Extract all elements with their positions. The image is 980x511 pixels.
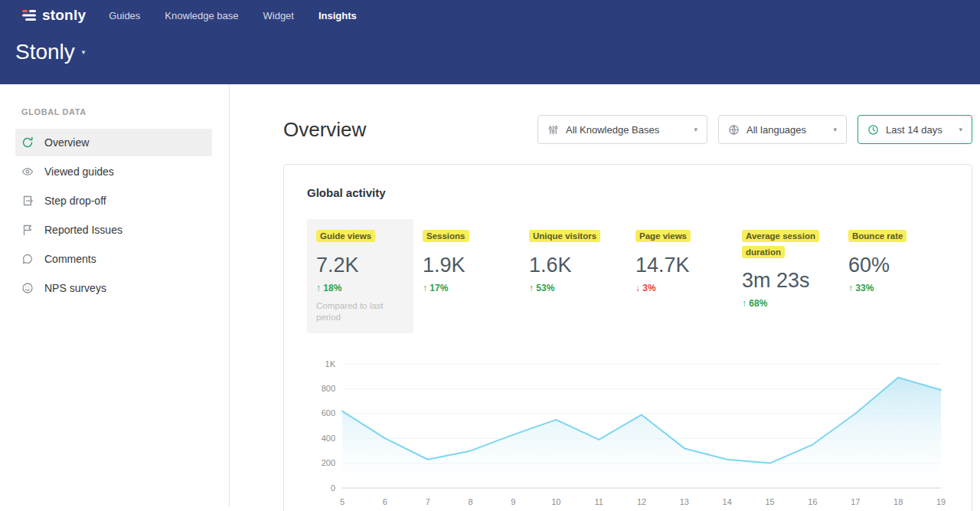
delta-value: 17% (430, 283, 448, 293)
chevron-down-icon: ▾ (959, 126, 962, 133)
language-filter-label: All languages (746, 124, 806, 136)
filters: All Knowledge Bases ▾ All languages ▾ (537, 115, 972, 144)
svg-text:15: 15 (765, 497, 774, 506)
sidebar: GLOBAL DATA Overview Viewed guides (0, 84, 230, 506)
globe-icon (728, 124, 740, 136)
delta-arrow: ↑ (423, 283, 427, 293)
sidebar-item-step-drop-off[interactable]: Step drop-off (15, 187, 212, 215)
sidebar-item-comments[interactable]: Comments (15, 245, 212, 273)
comment-icon (21, 253, 34, 265)
svg-text:6: 6 (383, 497, 387, 506)
sidebar-item-label: Viewed guides (44, 165, 114, 178)
top-nav: Guides Knowledge base Widget Insights (107, 7, 358, 25)
metric-guide-views[interactable]: Guide views 7.2K ↑ 18% Compared to last … (307, 219, 413, 333)
metric-value: 7.2K (316, 254, 404, 277)
page-body: GLOBAL DATA Overview Viewed guides (0, 84, 980, 506)
svg-text:14: 14 (723, 497, 732, 506)
metric-value: 60% (848, 254, 936, 277)
knowledge-base-filter-label: All Knowledge Bases (566, 124, 659, 136)
svg-text:11: 11 (594, 497, 603, 506)
metric-label: Average session duration (742, 230, 819, 258)
nav-item-guides[interactable]: Guides (107, 7, 142, 25)
overview-icon (21, 136, 34, 149)
sidebar-item-overview[interactable]: Overview (15, 129, 212, 156)
svg-text:10: 10 (551, 497, 560, 506)
knowledge-base-filter[interactable]: All Knowledge Bases ▾ (537, 115, 707, 144)
metric-label: Bounce rate (848, 230, 906, 242)
step-dropoff-icon (21, 195, 34, 207)
card-title: Global activity (307, 186, 949, 199)
stonly-logo[interactable]: stonly (21, 7, 86, 24)
delta-arrow: ↑ (529, 283, 534, 293)
sidebar-item-label: Step drop-off (44, 195, 106, 207)
svg-text:8: 8 (469, 497, 473, 506)
chevron-down-icon: ▾ (82, 48, 86, 56)
svg-text:7: 7 (426, 497, 430, 506)
main-content: Overview All Knowledge Bases ▾ (230, 84, 980, 506)
stonly-logo-icon (21, 8, 37, 23)
page-title: Overview (283, 118, 366, 142)
delta-value: 3% (642, 283, 655, 293)
delta-value: 18% (323, 283, 341, 293)
smiley-icon (21, 282, 34, 294)
sidebar-item-reported-issues[interactable]: Reported Issues (15, 216, 212, 244)
sidebar-item-viewed-guides[interactable]: Viewed guides (15, 158, 212, 185)
metric-value: 3m 23s (742, 269, 830, 293)
metric-average-session-duration[interactable]: Average session duration 3m 23s ↑ 68% (733, 219, 839, 318)
workspace-name: Stonly (15, 40, 75, 64)
svg-text:200: 200 (322, 458, 335, 467)
sidebar-item-label: Reported Issues (44, 224, 122, 236)
global-activity-card: Global activity Guide views 7.2K ↑ 18% C… (283, 164, 972, 511)
svg-text:600: 600 (322, 408, 335, 418)
nav-item-widget[interactable]: Widget (262, 7, 296, 25)
delta-arrow: ↑ (316, 283, 321, 293)
date-range-filter-label: Last 14 days (886, 124, 942, 136)
sidebar-item-nps-surveys[interactable]: NPS surveys (15, 274, 212, 302)
flag-icon (21, 224, 34, 236)
sliders-icon (547, 124, 559, 136)
svg-text:17: 17 (851, 497, 860, 506)
delta-value: 33% (855, 283, 874, 293)
chevron-down-icon: ▾ (833, 126, 837, 133)
metric-bounce-rate[interactable]: Bounce rate 60% ↑ 33% (839, 219, 946, 303)
metric-page-views[interactable]: Page views 14.7K ↓ 3% (626, 219, 733, 303)
app-header: stonly Guides Knowledge base Widget Insi… (0, 0, 980, 84)
stonly-logo-text: stonly (42, 7, 86, 24)
sidebar-item-label: Comments (44, 253, 96, 265)
sidebar-item-label: Overview (44, 136, 89, 149)
eye-icon (21, 165, 34, 178)
delta-arrow: ↓ (635, 283, 640, 293)
nav-item-insights[interactable]: Insights (317, 7, 358, 25)
svg-text:800: 800 (322, 383, 335, 392)
svg-text:400: 400 (322, 433, 335, 442)
svg-text:0: 0 (331, 483, 335, 492)
svg-text:12: 12 (637, 497, 646, 506)
activity-chart: 02004006008001K5678910111213141516171819 (307, 356, 949, 509)
language-filter[interactable]: All languages ▾ (718, 115, 847, 144)
svg-text:19: 19 (936, 497, 946, 506)
delta-value: 68% (749, 298, 767, 309)
svg-text:9: 9 (511, 497, 515, 506)
nav-item-knowledge-base[interactable]: Knowledge base (163, 7, 240, 25)
metric-label: Guide views (316, 230, 375, 242)
clock-icon (867, 124, 879, 136)
activity-chart-svg: 02004006008001K5678910111213141516171819 (307, 356, 949, 509)
metric-value: 14.7K (635, 254, 724, 277)
workspace-switcher[interactable]: Stonly ▾ (0, 31, 980, 84)
metric-delta: ↓ 3% (635, 283, 724, 293)
delta-arrow: ↑ (742, 298, 746, 309)
svg-text:5: 5 (340, 497, 345, 506)
svg-text:1K: 1K (325, 359, 336, 368)
metric-label: Sessions (423, 230, 469, 242)
sidebar-section-label: GLOBAL DATA (0, 107, 229, 129)
compare-note: Compared to last period (316, 300, 400, 324)
metric-delta: ↑ 18% (316, 283, 404, 293)
svg-text:18: 18 (893, 497, 903, 506)
delta-arrow: ↑ (848, 283, 853, 293)
delta-value: 53% (536, 283, 554, 293)
svg-text:13: 13 (680, 497, 689, 506)
metric-value: 1.6K (529, 254, 617, 277)
metric-unique-visitors[interactable]: Unique visitors 1.6K ↑ 53% (520, 219, 626, 303)
metric-sessions[interactable]: Sessions 1.9K ↑ 17% (413, 219, 520, 303)
date-range-filter[interactable]: Last 14 days ▾ (858, 115, 972, 144)
